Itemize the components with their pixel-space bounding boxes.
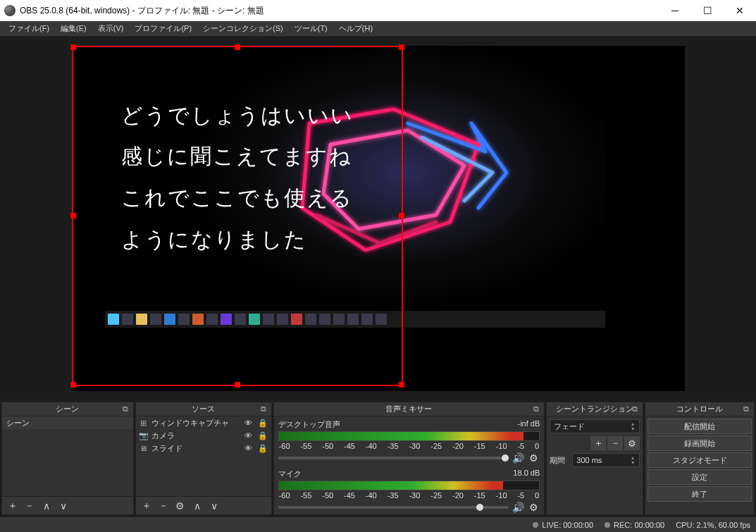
sources-list[interactable]: ⊞ ウィンドウキャプチャ 👁 🔒 📷 カメラ 👁 🔒 🖥 スライド 👁 🔒 [136,416,271,496]
scene-item[interactable]: シーン [2,416,133,429]
add-source-button[interactable]: ＋ [139,499,154,513]
mixer-title: 音声ミキサー [385,404,432,414]
sources-toolbar: ＋ － ⚙ ∧ ∨ [136,496,271,514]
selection-box[interactable] [72,46,403,386]
scene-down-button[interactable]: ∨ [56,499,71,513]
volume-slider[interactable] [278,506,509,509]
visibility-toggle[interactable]: 👁 [243,417,254,428]
sources-header[interactable]: ソース ⧉ [136,402,271,416]
duration-value: 300 ms [576,456,602,464]
menu-help[interactable]: ヘルプ(H) [333,22,378,35]
window-icon: ⊞ [139,418,149,428]
controls-title: コントロール [676,404,723,414]
live-dot-icon [533,522,538,528]
mixer-channel: マイク 18.0 dB -60-55-50-45-40-35-30-25-20-… [274,466,545,514]
menu-view[interactable]: 表示(V) [92,22,130,35]
resize-handle-bl[interactable] [70,382,76,388]
close-button[interactable]: ✕ [724,0,756,21]
remove-source-button[interactable]: － [156,499,171,513]
menu-profile[interactable]: プロファイル(P) [129,22,197,35]
maximize-button[interactable]: ☐ [691,0,724,21]
remove-transition-button[interactable]: － [607,436,623,450]
exit-button[interactable]: 終了 [647,486,752,502]
scenes-title: シーン [56,404,79,414]
lock-toggle[interactable]: 🔒 [257,430,268,441]
source-item[interactable]: ⊞ ウィンドウキャプチャ 👁 🔒 [136,416,271,429]
transition-value: フェード [554,421,585,432]
speaker-icon[interactable]: 🔊 [512,501,524,514]
source-name: スライド [151,443,240,454]
statusbar: LIVE: 00:00:00 REC: 00:00:00 CPU: 2.1%, … [0,516,756,532]
volume-slider[interactable] [278,457,509,459]
gear-icon[interactable]: ⚙ [527,452,540,464]
duration-input[interactable]: 300 ms ▲▼ [572,453,640,467]
transition-properties-button[interactable]: ⚙ [624,436,640,450]
menu-edit[interactable]: 編集(E) [55,22,92,35]
menu-file[interactable]: ファイル(F) [3,22,55,35]
controls-header[interactable]: コントロール ⧉ [645,402,754,416]
resize-handle-tl[interactable] [70,44,76,50]
controls-dock: コントロール ⧉ 配信開始 録画開始 スタジオモード 設定 終了 [645,402,755,515]
source-name: ウィンドウキャプチャ [151,418,240,428]
rec-dot-icon [605,522,610,528]
visibility-toggle[interactable]: 👁 [243,443,254,454]
transition-select[interactable]: フェード ▲▼ [550,419,640,433]
scenes-list[interactable]: シーン [2,416,133,496]
undock-icon[interactable]: ⧉ [259,404,268,414]
resize-handle-mr[interactable] [399,213,404,218]
menu-tools[interactable]: ツール(T) [289,22,333,35]
sources-dock: ソース ⧉ ⊞ ウィンドウキャプチャ 👁 🔒 📷 カメラ 👁 🔒 🖥 スライド … [135,402,272,515]
chevron-updown-icon: ▲▼ [628,421,638,432]
vu-meter [278,431,540,441]
start-streaming-button[interactable]: 配信開始 [647,419,752,434]
studio-mode-button[interactable]: スタジオモード [647,452,752,468]
menu-scene-collection[interactable]: シーンコレクション(S) [197,22,289,35]
live-status: LIVE: 00:00:00 [533,521,593,529]
undock-icon[interactable]: ⧉ [630,404,640,414]
source-item[interactable]: 📷 カメラ 👁 🔒 [136,429,271,442]
vu-meter [278,481,540,490]
lock-toggle[interactable]: 🔒 [257,443,268,454]
undock-icon[interactable]: ⧉ [531,404,541,414]
source-down-button[interactable]: ∨ [206,499,222,513]
source-item[interactable]: 🖥 スライド 👁 🔒 [136,442,271,454]
channel-level: -inf dB [517,419,540,430]
transitions-header[interactable]: シーントランジション ⧉ [547,402,643,416]
mixer-dock: 音声ミキサー ⧉ デスクトップ音声 -inf dB -60-55-50-45-4… [273,402,545,515]
resize-handle-tr[interactable] [399,44,404,50]
scenes-toolbar: ＋ － ∧ ∨ [2,496,133,514]
docks-row: シーン ⧉ シーン ＋ － ∧ ∨ ソース ⧉ ⊞ ウィンドウキャプチャ 👁 🔒 [0,400,756,516]
speaker-icon[interactable]: 🔊 [512,452,524,464]
resize-handle-br[interactable] [399,382,404,388]
display-icon: 🖥 [139,443,149,453]
scene-up-button[interactable]: ∧ [39,499,54,513]
undock-icon[interactable]: ⧉ [120,404,130,414]
add-scene-button[interactable]: ＋ [5,499,20,513]
scenes-header[interactable]: シーン ⧉ [2,402,133,416]
mixer-channel: デスクトップ音声 -inf dB -60-55-50-45-40-35-30-2… [274,416,545,466]
gear-icon[interactable]: ⚙ [527,501,540,514]
transitions-dock: シーントランジション ⧉ フェード ▲▼ ＋ － ⚙ 期間 300 ms ▲▼ [546,402,643,515]
source-up-button[interactable]: ∧ [190,499,205,513]
rec-status: REC: 00:00:00 [605,521,664,529]
resize-handle-ml[interactable] [70,213,76,218]
resize-handle-tm[interactable] [235,44,240,50]
undock-icon[interactable]: ⧉ [741,404,751,414]
preview-canvas[interactable]: どうでしょうはいいい 感じに聞こえてますね これでここでも使える ようになりまし… [72,46,685,391]
meter-ticks: -60-55-50-45-40-35-30-25-20-15-10-50 [278,491,540,500]
camera-icon: 📷 [139,431,149,440]
add-transition-button[interactable]: ＋ [590,436,606,450]
settings-button[interactable]: 設定 [647,469,752,485]
source-name: カメラ [151,431,240,441]
channel-level: 18.0 dB [513,469,540,479]
meter-ticks: -60-55-50-45-40-35-30-25-20-15-10-50 [278,442,540,450]
remove-scene-button[interactable]: － [22,499,37,513]
visibility-toggle[interactable]: 👁 [243,430,254,441]
resize-handle-bm[interactable] [235,382,240,388]
start-recording-button[interactable]: 録画開始 [647,435,752,451]
mixer-header[interactable]: 音声ミキサー ⧉ [274,402,545,416]
preview-area[interactable]: どうでしょうはいいい 感じに聞こえてますね これでここでも使える ようになりまし… [0,37,756,400]
minimize-button[interactable]: ─ [659,0,691,21]
source-properties-button[interactable]: ⚙ [173,499,188,513]
lock-toggle[interactable]: 🔒 [257,417,268,428]
